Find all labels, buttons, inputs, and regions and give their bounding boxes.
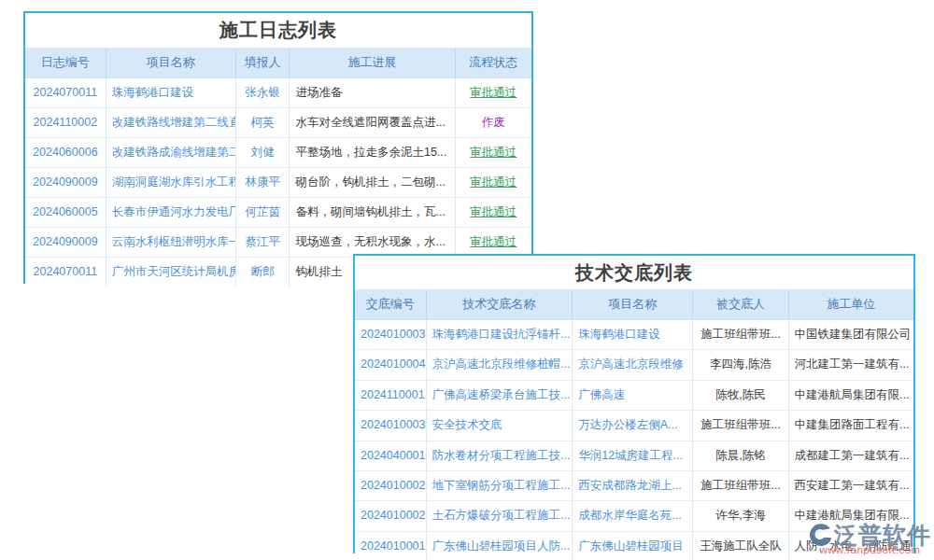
disclosure-table-header-row: 交底编号 技术交底名称 项目名称 被交底人 施工单位 [355,289,913,320]
construction-log-panel: 施工日志列表 日志编号 项目名称 填报人 施工进展 流程状态 202407001… [23,11,533,284]
receiver-text: 施工班组带班... [693,411,788,440]
table-row: 2024110001广佛高速桥梁承台施工技...广佛高速陈牧,陈民中建港航局集团… [355,381,913,411]
progress-text: 水车对全线遮阳网覆盖点进... [290,108,455,137]
log-table-header-row: 日志编号 项目名称 填报人 施工进展 流程状态 [25,48,531,78]
project-name-link[interactable]: 西安成都路龙湖上... [573,471,693,500]
receiver-text: 许华,李海 [693,501,788,530]
log-id-link[interactable]: 2024090009 [25,228,106,257]
project-name-link[interactable]: 万达办公楼左侧A... [573,411,693,440]
disclosure-id-link[interactable]: 2024010003 [355,320,427,349]
progress-text: 备料，砌间墙钩机排土，瓦... [290,198,455,227]
disclosure-col-header-project: 项目名称 [573,289,693,319]
disclosure-id-link[interactable]: 2024010002 [355,471,427,500]
disclosure-name-link[interactable]: 京沪高速北京段维修桩帽... [427,350,573,379]
progress-text: 砌台阶，钩机排土，二包砌... [290,168,455,197]
log-panel-title: 施工日志列表 [25,13,531,48]
project-name-link[interactable]: 改建铁路成渝线增建第二... [106,138,236,167]
project-name-link[interactable]: 广州市天河区统计局机房... [106,258,236,287]
disclosure-name-link[interactable]: 安全技术交底 [427,411,573,440]
table-row: 2024060006改建铁路成渝线增建第二...刘健平整场地，拉走多余泥土15.… [25,138,531,168]
table-row: 2024010003珠海鹤港口建设抗浮锚杆...珠海鹤港口建设施工班组带班...… [355,320,913,350]
progress-text: 进场准备 [290,78,455,107]
log-col-header-reporter: 填报人 [236,48,290,77]
unit-text: 西安建工第一建筑有... [789,471,913,500]
disclosure-name-link[interactable]: 广佛高速桥梁承台施工技... [427,381,573,410]
unit-text: 中建港航局集团有限... [789,381,913,410]
reporter-link[interactable]: 柯英 [236,108,290,137]
unit-text: 中国铁建集团有限公司 [789,320,913,349]
log-col-header-project: 项目名称 [106,48,236,77]
disclosure-panel-title: 技术交底列表 [355,256,913,289]
status-badge[interactable]: 审批通过 [456,228,531,257]
disclosure-id-link[interactable]: 2024010003 [355,411,427,440]
fanpusoft-watermark: 泛普软件 www.fanpusoft.com [809,523,931,555]
disclosure-name-link[interactable]: 防水卷材分项工程施工技... [427,441,573,470]
reporter-link[interactable]: 张永银 [236,78,290,107]
table-row: 2024060005长春市伊通河水力发电厂...何芷茵备料，砌间墙钩机排土，瓦.… [25,198,531,228]
disclosure-name-link[interactable]: 广东佛山碧桂园项目人防... [427,532,573,560]
disclosure-col-header-name: 技术交底名称 [427,289,573,319]
log-id-link[interactable]: 2024060005 [25,198,106,227]
receiver-text: 王海施工队全队 [693,532,788,560]
project-name-link[interactable]: 长春市伊通河水力发电厂... [106,198,236,227]
log-id-link[interactable]: 2024110002 [25,108,106,137]
progress-text: 现场巡查，无积水现象，水... [290,228,455,257]
disclosure-col-header-id: 交底编号 [355,289,427,319]
log-id-link[interactable]: 2024060006 [25,138,106,167]
unit-text: 中建集团路面工程有... [789,411,913,440]
receiver-text: 陈牧,陈民 [693,381,788,410]
project-name-link[interactable]: 成都水岸华庭名苑... [573,501,693,530]
project-name-link[interactable]: 广东佛山碧桂园项目 [573,532,693,560]
status-badge[interactable]: 审批通过 [456,198,531,227]
receiver-text: 陈晨,陈铭 [693,441,788,470]
disclosure-name-link[interactable]: 珠海鹤港口建设抗浮锚杆... [427,320,573,349]
reporter-link[interactable]: 林康平 [236,168,290,197]
status-badge[interactable]: 审批通过 [456,168,531,197]
disclosure-id-link[interactable]: 2024040001 [355,441,427,470]
technical-disclosure-panel: 技术交底列表 交底编号 技术交底名称 项目名称 被交底人 施工单位 202401… [353,254,915,553]
unit-text: 成都建工第一建筑有... [789,441,913,470]
receiver-text: 施工班组带班... [693,471,788,500]
table-row: 2024070011珠海鹤港口建设张永银进场准备审批通过 [25,78,531,108]
log-col-header-progress: 施工进展 [290,48,455,77]
disclosure-id-link[interactable]: 2024110001 [355,381,427,410]
status-badge[interactable]: 审批通过 [456,138,531,167]
project-name-link[interactable]: 珠海鹤港口建设 [106,78,236,107]
log-id-link[interactable]: 2024070011 [25,258,106,287]
project-name-link[interactable]: 珠海鹤港口建设 [573,320,693,349]
reporter-link[interactable]: 刘健 [236,138,290,167]
disclosure-col-header-unit: 施工单位 [789,289,913,319]
status-badge[interactable]: 作废 [456,108,531,137]
disclosure-col-header-receiver: 被交底人 [693,289,788,319]
log-id-link[interactable]: 2024070011 [25,78,106,107]
status-badge[interactable]: 审批通过 [456,78,531,107]
table-row: 2024010004京沪高速北京段维修桩帽...京沪高速北京段维修李四海,陈浩河… [355,350,913,380]
project-name-link[interactable]: 华润12城房建工程... [573,441,693,470]
project-name-link[interactable]: 京沪高速北京段维修 [573,350,693,379]
progress-text: 平整场地，拉走多余泥土15... [290,138,455,167]
log-col-header-status: 流程状态 [456,48,531,77]
reporter-link[interactable]: 断郎 [236,258,290,287]
fanpu-url-text: www.fanpusoft.com [809,544,931,555]
log-id-link[interactable]: 2024090009 [25,168,106,197]
disclosure-id-link[interactable]: 2024010002 [355,501,427,530]
project-name-link[interactable]: 改建铁路线增建第二线直... [106,108,236,137]
table-row: 2024010003安全技术交底万达办公楼左侧A...施工班组带班...中建集团… [355,411,913,441]
project-name-link[interactable]: 云南水利枢纽潜明水库一... [106,228,236,257]
reporter-link[interactable]: 蔡江平 [236,228,290,257]
disclosure-name-link[interactable]: 土石方爆破分项工程施工... [427,501,573,530]
disclosure-name-link[interactable]: 地下室钢筋分项工程施工... [427,471,573,500]
log-col-header-id: 日志编号 [25,48,106,77]
project-name-link[interactable]: 广佛高速 [573,381,693,410]
table-row: 2024110002改建铁路线增建第二线直...柯英水车对全线遮阳网覆盖点进..… [25,108,531,138]
unit-text: 河北建工第一建筑有... [789,350,913,379]
table-row: 2024090009湖南洞庭湖水库引水工程...林康平砌台阶，钩机排土，二包砌.… [25,168,531,198]
receiver-text: 李四海,陈浩 [693,350,788,379]
disclosure-id-link[interactable]: 2024010004 [355,350,427,379]
reporter-link[interactable]: 何芷茵 [236,198,290,227]
receiver-text: 施工班组带班... [693,320,788,349]
project-name-link[interactable]: 湖南洞庭湖水库引水工程... [106,168,236,197]
disclosure-id-link[interactable]: 2024010001 [355,532,427,560]
table-row: 2024040001防水卷材分项工程施工技...华润12城房建工程...陈晨,陈… [355,441,913,471]
table-row: 2024010002地下室钢筋分项工程施工...西安成都路龙湖上...施工班组带… [355,471,913,501]
